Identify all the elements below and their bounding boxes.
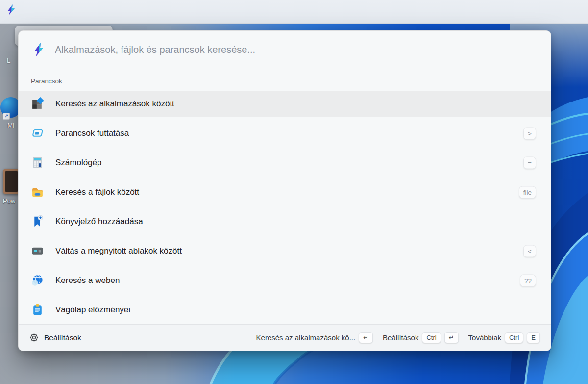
calculator-icon [31,156,44,169]
result-label: Számológép [55,158,102,168]
settings-label: Beállítások [44,333,81,342]
top-bar [0,0,588,24]
launcher-window: Parancsok Keresés az alkalmazások között [18,30,551,351]
clipboard-icon [31,303,44,316]
keyword-badge: > [523,127,536,139]
result-label: Parancsok futtatása [55,128,129,138]
hint-label: Beállítások [383,333,418,342]
hint-label: Továbbiak [468,333,502,342]
web-search-icon [31,274,44,287]
result-label: Váltás a megnyitott ablakok között [55,246,182,256]
result-label: Vágólap előzményei [55,305,130,315]
result-row-calculator[interactable]: Számológép = [19,150,551,176]
desktop-icon-l[interactable]: L [7,57,10,64]
result-row-window-switcher[interactable]: Váltás a megnyitott ablakok között < [19,238,551,264]
result-label: Keresés a weben [55,276,120,285]
hint-primary-action[interactable]: Keresés az alkalmazások kö... ↵ [256,332,373,343]
results-list: Parancsok Keresés az alkalmazások között [19,69,551,326]
result-row-file-search[interactable]: Keresés a fájlok között file [19,179,551,205]
keyword-badge: ?? [520,274,536,286]
status-bar: Beállítások Keresés az alkalmazások kö..… [19,324,551,351]
bookmark-add-icon [31,215,44,228]
ctrl-key-badge: Ctrl [422,332,441,343]
app-search-icon [31,97,44,110]
pow-app-icon [3,169,20,194]
result-label: Keresés a fájlok között [55,187,139,197]
desktop-icon-label: L [7,57,10,64]
settings-button[interactable]: Beállítások [29,333,81,342]
folder-icon [31,185,44,199]
shortcut-arrow-icon: ↗ [3,113,10,120]
window-switcher-icon [31,244,44,257]
run-command-icon [31,127,44,140]
section-header: Parancsok [19,69,551,91]
hint-more-actions[interactable]: Továbbiak Ctrl E [468,332,540,343]
hint-label: Keresés az alkalmazások kö... [256,333,356,342]
result-row-run-command[interactable]: Parancsok futtatása > [19,120,551,146]
gear-icon [29,333,39,342]
keyword-badge: = [523,156,536,169]
flow-launcher-icon [31,42,47,57]
result-row-add-bookmark[interactable]: Könyvjelző hozzáadása [19,208,551,234]
search-bar [19,31,551,69]
footer-hints: Keresés az alkalmazások kö... ↵ Beállítá… [256,332,540,343]
ctrl-key-badge: Ctrl [505,332,523,343]
result-row-app-search[interactable]: Keresés az alkalmazások között [19,91,551,117]
keyword-badge: < [523,245,536,257]
enter-key-badge: ↵ [359,332,373,343]
enter-key-badge: ↵ [444,332,459,343]
result-label: Keresés az alkalmazások között [55,99,174,109]
result-label: Könyvjelző hozzáadása [55,217,143,227]
keyword-badge: file [519,186,536,198]
e-key-badge: E [527,332,540,343]
flow-launcher-taskbar-icon[interactable] [5,4,17,16]
hint-settings-action[interactable]: Beállítások Ctrl ↵ [383,332,459,343]
result-row-clipboard-history[interactable]: Vágólap előzményei [19,297,551,323]
search-input[interactable] [55,31,525,69]
result-row-web-search[interactable]: Keresés a weben ?? [19,267,551,293]
